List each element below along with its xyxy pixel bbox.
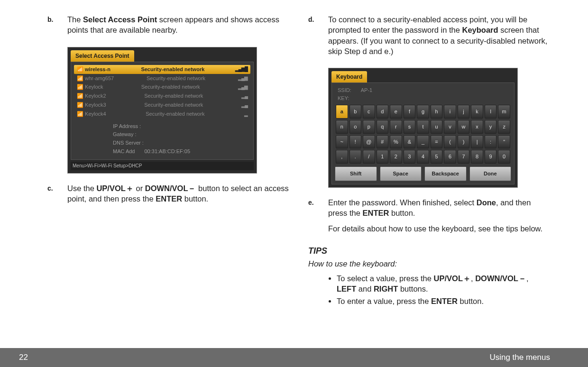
keyboard-key: a [336, 105, 348, 119]
keyboard-key: 2 [390, 150, 402, 164]
keyboard-key: c [363, 105, 375, 119]
text: button. [182, 194, 208, 203]
tips-subheading: How to use the keyboard: [308, 258, 550, 269]
mac-label: MAC Add [113, 147, 135, 156]
keyboard-key: n [336, 120, 348, 134]
step-body: The Select Access Point screen appears a… [67, 14, 289, 40]
text: Use the [67, 184, 96, 193]
step-body: Enter the password. When finished, selec… [328, 197, 550, 239]
bold: Keyboard [462, 26, 498, 34]
text: button. [458, 297, 484, 305]
keyboard-wide-row: ShiftSpaceBackspaceDone [335, 166, 511, 181]
tip-item: To enter a value, press the ENTER button… [337, 296, 550, 306]
ap-security: Security-enabled network [141, 83, 200, 91]
keyboard-key: o [349, 120, 362, 134]
keyboard-key: 1 [377, 150, 389, 164]
step-c: c. Use the UP/VOL＋ or DOWN/VOL－ button t… [47, 183, 289, 209]
ap-security: Security-enabled network [144, 101, 203, 109]
ap-name: Keylock [85, 84, 103, 90]
keyboard-key: ) [458, 135, 470, 149]
keyboard-wide-key: Done [469, 166, 512, 181]
keyboard-key: = [431, 135, 443, 149]
keyboard-key: , [336, 150, 348, 164]
keyboard-key: z [498, 120, 510, 134]
select-access-point-screenshot: Select Access Point 📶 wireless-n Securit… [67, 47, 257, 174]
text: The [67, 15, 83, 24]
ssid-label: SSID: [338, 87, 351, 94]
keyboard-key: s [404, 120, 416, 134]
text: button. [389, 209, 415, 217]
signal-icon: ▂▄ [241, 102, 248, 109]
ap-security: Security-enabled network [141, 66, 204, 73]
keyboard-key: g [417, 105, 429, 119]
bold: LEFT [337, 284, 356, 293]
keyboard-key: " [498, 135, 510, 149]
ap-name: Keylock2 [85, 93, 106, 99]
text: To select a value, press the [337, 274, 434, 283]
keyboard-wide-key: Shift [335, 166, 377, 181]
keyboard-key: ~ [336, 135, 348, 149]
bold: ENTER [431, 297, 458, 305]
keyboard-key: : [485, 135, 497, 149]
keyboard-key: 8 [471, 150, 483, 164]
keyboard-key: 5 [431, 150, 443, 164]
keyboard-key: f [404, 105, 416, 119]
text: buttons. [398, 284, 428, 293]
text: , [526, 274, 529, 283]
ap-row: 📶 Keylock4Security-enabled network▂ [74, 110, 250, 119]
keyboard-key: . [349, 150, 362, 164]
keyboard-wide-key: Backspace [424, 166, 467, 181]
keyboard-key: 4 [417, 150, 429, 164]
keyboard-key: ( [444, 135, 456, 149]
ap-security: Security-enabled network [147, 75, 205, 82]
ap-name: Keylock3 [85, 102, 106, 108]
ap-row: 📶 Keylock2Security-enabled network▂▄ [74, 92, 250, 101]
keyboard-key: & [404, 135, 416, 149]
section-title: Using the menus [489, 353, 550, 362]
keyboard-key: 0 [498, 150, 510, 164]
keyboard-key: _ [417, 135, 429, 149]
breadcrumb: Menu>Wi-Fi>Wi-Fi Setup>DHCP [71, 162, 254, 170]
step-letter: b. [47, 14, 67, 40]
signal-icon: ▂▄▆█ [235, 66, 248, 73]
keyboard-key: | [471, 135, 483, 149]
bold: ENTER [362, 209, 389, 217]
text: or [134, 184, 145, 193]
keyboard-screenshot: Keyboard SSID:AP-1 KEY: abcdefghijklmnop… [328, 68, 518, 188]
signal-icon: ▂ [244, 111, 248, 118]
keyboard-key: u [431, 120, 443, 134]
text: Enter the password. When finished, selec… [328, 198, 477, 207]
network-info: IP Address : Gateway : DNS Server : MAC … [80, 122, 248, 156]
keyboard-key: % [390, 135, 402, 149]
ap-name: wireless-n [85, 66, 110, 72]
keyboard-rows: abcdefghijklmnopqrstuvwxyz~!@#%&_=()|:",… [336, 105, 510, 164]
step-letter: e. [308, 197, 328, 239]
bold: Done [477, 198, 496, 207]
bold: Select Access Point [83, 15, 157, 24]
ap-row: 📶 KeylockSecurity-enabled network▂▄▆ [74, 83, 250, 92]
keyboard-key: e [390, 105, 402, 119]
keyboard-key: 9 [485, 150, 497, 164]
keyboard-key: 7 [458, 150, 470, 164]
screenshot-title: Select Access Point [71, 50, 134, 62]
keyboard-key: d [377, 105, 389, 119]
keyboard-key: t [417, 120, 429, 134]
keyboard-key: v [444, 120, 456, 134]
text: , [471, 274, 475, 283]
keyboard-key: r [390, 120, 402, 134]
gateway-label: Gateway : [113, 130, 248, 139]
ap-name: whr-amg657 [85, 75, 114, 81]
bold: DOWN/VOL－ [145, 184, 196, 193]
right-column: d. To connect to a security-enabled acce… [308, 14, 550, 308]
step-letter: c. [47, 183, 67, 209]
keyboard-key: y [485, 120, 497, 134]
tips-heading: TIPS [308, 245, 550, 257]
ssid-value: AP-1 [361, 87, 372, 94]
ap-row: 📶 whr-amg657Security-enabled network▂▄▆ [74, 74, 250, 83]
keyboard-key: @ [363, 135, 375, 149]
keyboard-key: b [349, 105, 362, 119]
keyboard-key: j [458, 105, 470, 119]
keyboard-key: h [431, 105, 443, 119]
bold: ENTER [156, 194, 182, 203]
bold: UP/VOL＋ [434, 274, 471, 283]
